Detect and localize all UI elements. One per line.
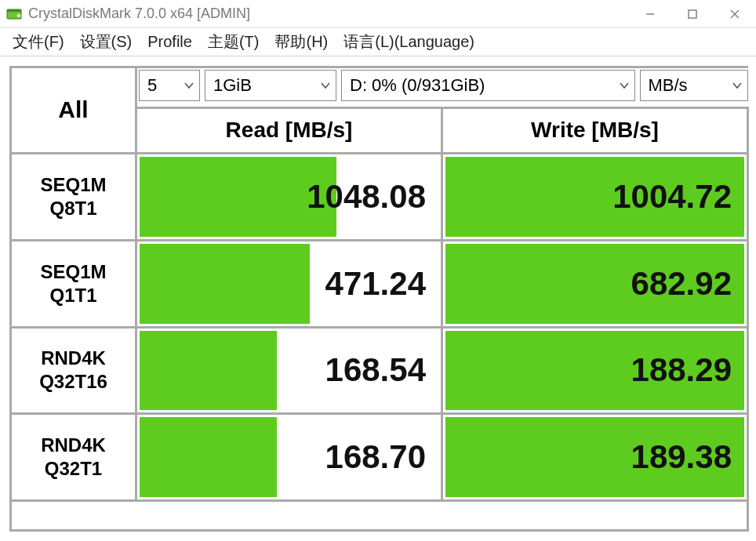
write-value: 1004.72	[445, 157, 744, 237]
row-label-1: SEQ1M	[12, 173, 135, 197]
read-cell: 471.24	[136, 240, 442, 327]
row-label-2: Q8T1	[12, 197, 135, 220]
drive-select[interactable]: D: 0% (0/931GiB)	[341, 70, 635, 101]
write-value: 188.29	[445, 331, 744, 411]
read-value: 168.54	[140, 331, 438, 411]
menu-help[interactable]: 帮助(H)	[267, 28, 336, 56]
chevron-down-icon	[184, 75, 194, 96]
window-buttons	[629, 0, 756, 27]
svg-rect-1	[7, 9, 21, 12]
menubar: 文件(F) 设置(S) Profile 主题(T) 帮助(H) 语言(L)(La…	[0, 28, 756, 56]
runs-select[interactable]: 5	[139, 70, 200, 101]
read-cell: 1048.08	[136, 153, 442, 240]
row-label-2: Q32T1	[12, 457, 135, 481]
menu-language[interactable]: 语言(L)(Language)	[336, 28, 482, 56]
write-cell: 189.38	[442, 414, 748, 501]
write-header: Write [MB/s]	[442, 108, 748, 154]
menu-settings[interactable]: 设置(S)	[72, 28, 140, 56]
unit-select[interactable]: MB/s	[640, 70, 748, 101]
read-cell: 168.70	[136, 414, 442, 501]
write-cell: 682.92	[442, 240, 748, 327]
write-value: 682.92	[445, 244, 744, 324]
chevron-down-icon	[619, 75, 630, 96]
titlebar: CrystalDiskMark 7.0.0 x64 [ADMIN]	[0, 0, 756, 28]
test-button-rnd4k-q32t16[interactable]: RND4K Q32T16	[11, 327, 136, 414]
read-header: Read [MB/s]	[136, 108, 442, 154]
chevron-down-icon	[732, 75, 743, 96]
minimize-button[interactable]	[629, 0, 671, 27]
svg-rect-4	[689, 10, 696, 18]
test-button-seq1m-q1t1[interactable]: SEQ1M Q1T1	[11, 240, 136, 327]
benchmark-grid: All 5 1GiB D: 0% (0/931GiB)	[0, 56, 756, 541]
unit-value: MB/s	[649, 75, 688, 96]
maximize-button[interactable]	[671, 0, 714, 27]
read-value: 471.24	[140, 244, 438, 324]
status-bar	[11, 501, 748, 531]
menu-theme[interactable]: 主题(T)	[200, 28, 267, 56]
write-cell: 1004.72	[442, 153, 748, 240]
test-button-seq1m-q8t1[interactable]: SEQ1M Q8T1	[11, 153, 136, 240]
row-label-2: Q1T1	[12, 284, 135, 307]
close-button[interactable]	[714, 0, 756, 27]
runs-value: 5	[147, 75, 157, 96]
all-label: All	[58, 96, 88, 122]
size-value: 1GiB	[213, 75, 252, 96]
drive-value: D: 0% (0/931GiB)	[350, 75, 485, 96]
read-cell: 168.54	[136, 327, 442, 414]
write-value: 189.38	[445, 417, 744, 497]
window-title: CrystalDiskMark 7.0.0 x64 [ADMIN]	[28, 5, 629, 22]
read-value: 1048.08	[140, 157, 438, 237]
size-select[interactable]: 1GiB	[205, 70, 336, 101]
svg-point-2	[17, 13, 21, 17]
controls: 5 1GiB D: 0% (0/931GiB) MB/s	[137, 68, 748, 107]
row-label-1: SEQ1M	[12, 260, 135, 284]
all-button[interactable]: All	[11, 67, 136, 154]
app-icon	[6, 6, 22, 22]
read-value: 168.70	[140, 417, 438, 497]
test-button-rnd4k-q32t1[interactable]: RND4K Q32T1	[11, 414, 136, 501]
menu-profile[interactable]: Profile	[140, 30, 200, 54]
row-label-1: RND4K	[12, 347, 135, 370]
row-label-1: RND4K	[12, 434, 135, 457]
write-cell: 188.29	[442, 327, 748, 414]
menu-file[interactable]: 文件(F)	[5, 28, 72, 56]
chevron-down-icon	[320, 75, 331, 96]
row-label-2: Q32T16	[12, 370, 135, 394]
